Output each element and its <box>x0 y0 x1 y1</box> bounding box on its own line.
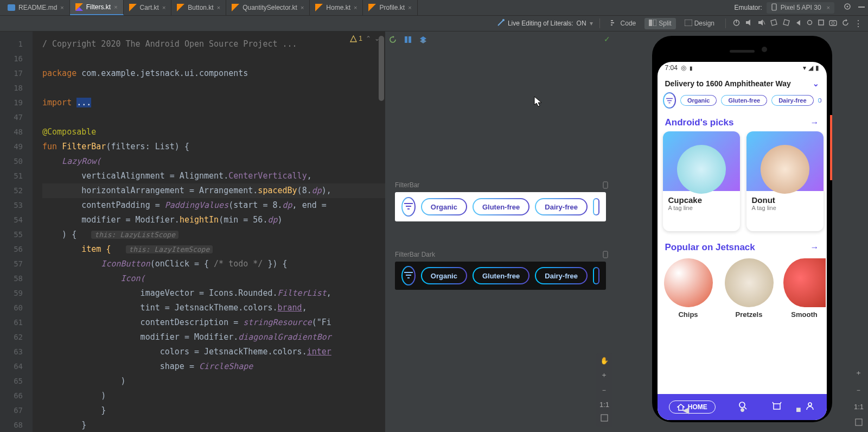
close-icon[interactable]: × <box>114 4 117 10</box>
close-icon[interactable]: × <box>60 4 63 11</box>
device-icon[interactable] <box>602 181 609 189</box>
card-image <box>746 131 824 191</box>
volume-down-icon[interactable] <box>757 18 765 29</box>
camera-icon[interactable] <box>829 18 837 28</box>
svg-line-24 <box>763 21 765 24</box>
zoom-in-icon[interactable]: ＋ <box>855 368 862 378</box>
home-nav-icon[interactable] <box>806 18 813 28</box>
filter-chip[interactable]: Dairy-free <box>771 95 813 106</box>
live-editing-toggle[interactable]: Live Editing of Literals: ON ▾ <box>497 19 593 28</box>
filter-chip[interactable]: Organic <box>680 95 717 106</box>
tab-label: Cart.kt <box>140 4 159 11</box>
tab-cart[interactable]: Cart.kt × <box>124 0 172 15</box>
vertical-scrollbar[interactable] <box>379 36 384 101</box>
svg-rect-26 <box>783 19 789 25</box>
snack-circle[interactable]: Smooth <box>786 258 824 319</box>
rotate-right-icon[interactable] <box>782 18 790 29</box>
zoom-in-icon[interactable]: ＋ <box>601 370 608 380</box>
snack-circle[interactable]: Chips <box>664 258 713 319</box>
filter-chip-partial[interactable] <box>818 98 821 103</box>
fit-icon[interactable] <box>601 414 608 423</box>
zoom-11-button[interactable]: 1:1 <box>854 403 864 411</box>
filter-chip[interactable]: Dairy-free <box>535 267 588 284</box>
snack-card[interactable]: Cupcake A tag line <box>663 131 740 231</box>
chevron-up-icon[interactable]: ⌃ <box>366 35 371 42</box>
zoom-out-icon[interactable]: － <box>601 385 608 395</box>
tab-quantity[interactable]: QuantitySelector.kt × <box>226 0 310 15</box>
close-icon[interactable]: × <box>408 4 411 11</box>
tab-label: QuantitySelector.kt <box>242 4 297 11</box>
card-title: Cupcake <box>668 195 735 205</box>
back-nav-icon[interactable] <box>795 18 802 28</box>
arrow-right-icon[interactable]: → <box>810 243 819 252</box>
close-icon[interactable]: × <box>827 4 830 11</box>
gear-icon[interactable] <box>843 2 852 13</box>
preview-label: FilterBar <box>395 181 616 189</box>
section-header-picks[interactable]: Android's picks → <box>658 114 827 131</box>
device-name: Pixel 5 API 30 <box>781 4 821 11</box>
arrow-right-icon[interactable]: → <box>810 118 819 128</box>
code-icon <box>611 20 618 28</box>
deploy-icon[interactable] <box>404 35 413 45</box>
overview-button[interactable]: ■ <box>796 405 801 415</box>
close-icon[interactable]: × <box>301 4 304 11</box>
view-split-button[interactable]: Split <box>644 18 675 29</box>
layers-icon[interactable] <box>419 35 429 45</box>
tab-home[interactable]: Home.kt × <box>310 0 363 15</box>
back-button[interactable]: ◀ <box>682 405 689 415</box>
device-icon[interactable] <box>602 251 609 258</box>
filter-chip[interactable]: Organic <box>421 198 467 215</box>
close-icon[interactable]: × <box>354 4 357 11</box>
pan-icon[interactable]: ✋ <box>600 357 609 365</box>
section-header-popular[interactable]: Popular on Jetsnack → <box>658 239 827 256</box>
filter-chip[interactable]: Dairy-free <box>535 198 588 215</box>
svg-rect-30 <box>829 21 837 26</box>
svg-rect-15 <box>611 22 614 23</box>
line-gutter: 1161718194748495051525354555657585960616… <box>0 31 33 432</box>
zoom-11-button[interactable]: 1:1 <box>599 401 609 409</box>
svg-rect-16 <box>611 24 612 26</box>
filter-icon-button[interactable] <box>401 266 416 285</box>
more-icon[interactable]: ⋮ <box>854 18 863 29</box>
filter-chip[interactable]: Gluten-free <box>721 95 767 106</box>
tab-filters[interactable]: Filters.kt × <box>70 0 124 15</box>
home-button[interactable]: ● <box>740 405 745 415</box>
code-editor[interactable]: 1161718194748495051525354555657585960616… <box>0 31 385 432</box>
overview-nav-icon[interactable] <box>818 18 825 28</box>
emulator-device-selector[interactable]: Pixel 5 API 30 × <box>767 2 834 14</box>
close-icon[interactable]: × <box>162 4 165 11</box>
close-icon[interactable]: × <box>217 4 220 11</box>
tab-profile[interactable]: Profile.kt × <box>363 0 417 15</box>
tab-readme[interactable]: README.md × <box>2 0 70 15</box>
filter-chip[interactable]: Gluten-free <box>473 267 529 284</box>
view-design-button[interactable]: Design <box>680 18 719 29</box>
view-code-button[interactable]: Code <box>607 18 641 29</box>
tab-button[interactable]: Button.kt × <box>171 0 226 15</box>
picks-carousel[interactable]: Cupcake A tag line Donut A tag line <box>658 131 827 239</box>
popular-carousel[interactable]: Chips Pretzels Smooth <box>658 256 827 323</box>
svg-marker-32 <box>846 19 847 22</box>
fit-icon[interactable] <box>855 418 863 428</box>
snack-circle[interactable]: Pretzels <box>725 258 774 319</box>
device-screen[interactable]: 7:04 ◎ ▮ ▾ ◢ ▮ Delivery to 1600 Amphithe… <box>658 62 827 420</box>
refresh-icon[interactable] <box>841 18 850 29</box>
filter-chip[interactable]: Gluten-free <box>473 198 529 215</box>
minimize-icon[interactable] <box>857 2 866 13</box>
rotate-left-icon[interactable] <box>770 18 778 29</box>
view-mode-label: Code <box>621 20 636 27</box>
filter-chip-partial[interactable] <box>593 198 599 215</box>
filter-list-icon <box>404 201 413 213</box>
zoom-out-icon[interactable]: － <box>855 385 862 395</box>
power-icon[interactable] <box>732 18 741 29</box>
refresh-icon[interactable] <box>388 35 398 45</box>
android-status-bar: 7:04 ◎ ▮ ▾ ◢ ▮ <box>658 62 827 74</box>
filter-chip[interactable]: Organic <box>421 267 467 284</box>
filter-chip-partial[interactable] <box>593 267 599 284</box>
filter-icon-button[interactable] <box>401 197 416 217</box>
volume-up-icon[interactable] <box>745 18 753 29</box>
snack-card[interactable]: Donut A tag line <box>746 131 824 231</box>
filter-icon-button[interactable] <box>663 92 676 109</box>
warnings-indicator[interactable]: 1 <box>350 35 362 42</box>
phone-icon <box>771 3 777 12</box>
delivery-address-selector[interactable]: Delivery to 1600 Amphitheater Way ⌄ <box>658 74 827 92</box>
